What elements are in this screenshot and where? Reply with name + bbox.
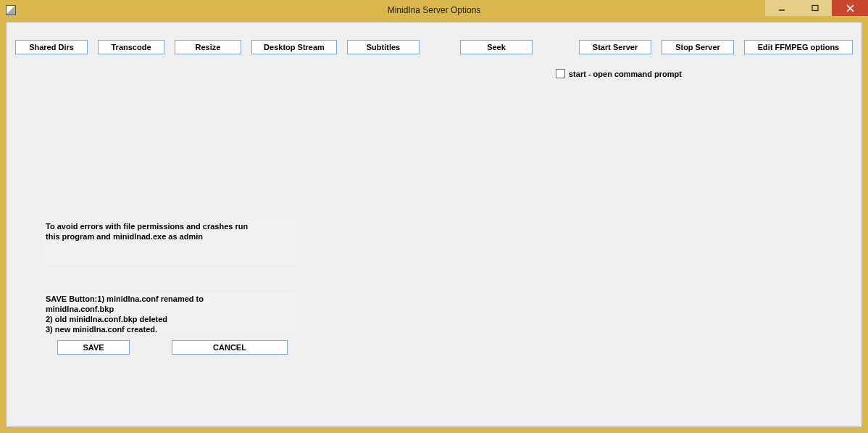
minimize-button[interactable] xyxy=(765,0,798,16)
save-button[interactable]: SAVE xyxy=(57,340,130,355)
svg-rect-1 xyxy=(812,6,818,11)
toolbar: Shared Dirs Transcode Resize Desktop Str… xyxy=(15,40,853,54)
open-cmd-row: start - open command prompt xyxy=(556,69,682,78)
window-controls xyxy=(765,0,868,16)
resize-button[interactable]: Resize xyxy=(175,40,241,54)
edit-ffmpeg-button[interactable]: Edit FFMPEG options xyxy=(744,40,853,54)
desktop-stream-button[interactable]: Desktop Stream xyxy=(251,40,337,54)
app-window: MinidIna Server Options Shared Dirs Tran… xyxy=(0,0,868,433)
shared-dirs-button[interactable]: Shared Dirs xyxy=(15,40,88,54)
footer-buttons: SAVE CANCEL xyxy=(57,340,288,355)
seek-button[interactable]: Seek xyxy=(460,40,533,54)
subtitles-button[interactable]: Subtitles xyxy=(347,40,420,54)
transcode-button[interactable]: Transcode xyxy=(98,40,164,54)
start-server-button[interactable]: Start Server xyxy=(579,40,651,54)
stop-server-button[interactable]: Stop Server xyxy=(662,40,734,54)
maximize-button[interactable] xyxy=(798,0,832,16)
permissions-note: To avoid errors with file permissions an… xyxy=(43,220,296,263)
save-steps-note: SAVE Button:1) minidlna.conf renamed to … xyxy=(43,292,296,336)
window-title: MinidIna Server Options xyxy=(388,5,481,15)
open-cmd-label: start - open command prompt xyxy=(569,70,682,78)
client-area: Shared Dirs Transcode Resize Desktop Str… xyxy=(6,22,862,427)
cancel-button[interactable]: CANCEL xyxy=(172,340,288,355)
open-cmd-checkbox[interactable] xyxy=(556,69,565,78)
app-icon xyxy=(6,5,16,15)
titlebar[interactable]: MinidIna Server Options xyxy=(0,0,868,20)
close-button[interactable] xyxy=(832,0,868,16)
